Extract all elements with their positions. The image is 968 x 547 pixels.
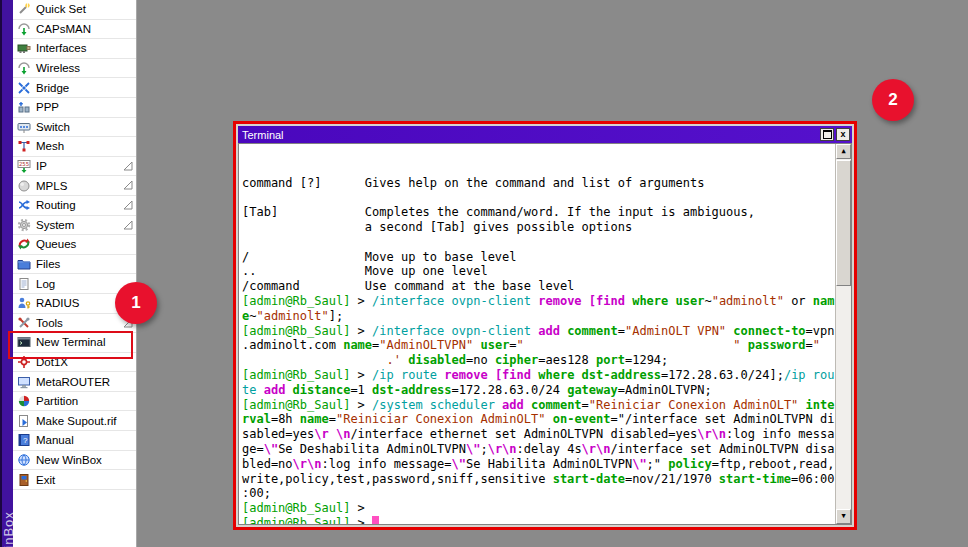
submenu-arrow-icon [123,200,133,210]
sidebar-item-label: MetaROUTER [36,376,110,388]
make-supout-icon [17,414,31,428]
close-button[interactable]: x [836,128,850,141]
sidebar-item-label: System [36,219,74,231]
manual-icon: ? [17,433,31,447]
sidebar-item-queues[interactable]: Queues [13,235,136,255]
maximize-icon [823,130,832,139]
sidebar-item-label: Manual [36,434,74,446]
scroll-down-button[interactable]: ▼ [836,509,851,524]
sidebar-item-mpls[interactable]: MPLS [13,176,136,196]
sidebar-item-label: MPLS [36,180,67,192]
submenu-arrow-icon [123,161,133,171]
sidebar-item-exit[interactable]: Exit [13,470,136,490]
mpls-icon [17,179,31,193]
sidebar-item-label: CAPsMAN [36,23,91,35]
svg-text:255: 255 [19,161,29,167]
submenu-arrow-icon [123,220,133,230]
sidebar-item-new-winbox[interactable]: New WinBox [13,451,136,471]
dot1x-icon [17,355,31,369]
sidebar-item-label: Dot1X [36,356,68,368]
switch-icon [17,120,31,134]
terminal-window: Terminal x command [?] Gives help on the… [233,121,857,530]
sidebar-item-label: Tools [36,317,63,329]
sidebar-item-partition[interactable]: Partition [13,392,136,412]
sidebar-item-system[interactable]: System [13,216,136,236]
quick-set-icon [17,2,31,16]
sidebar-item-label: PPP [36,101,59,113]
arrow-down-icon: ▼ [841,509,845,524]
sidebar-item-wireless[interactable]: Wireless [13,59,136,79]
terminal-output: command [?] Gives help on the command an… [242,176,851,525]
sidebar-item-new-terminal[interactable]: New Terminal [13,333,136,353]
system-icon [17,218,31,232]
sidebar-item-label: Partition [36,395,78,407]
sidebar-item-ip[interactable]: 255 IP [13,157,136,177]
sidebar-item-dot1x[interactable]: Dot1X [13,353,136,373]
terminal-title-bar[interactable]: Terminal x [238,126,852,143]
sidebar-item-label: Make Supout.rif [36,415,117,427]
metarouter-icon [17,375,31,389]
mesh-icon [17,139,31,153]
terminal-title: Terminal [242,129,818,141]
sidebar-menu: Quick Set CAPsMAN Interfaces Wireless Br… [13,0,137,547]
sidebar-item-label: Log [36,278,55,290]
close-icon: x [840,130,845,139]
new-winbox-icon [17,453,31,467]
sidebar-item-label: Interfaces [36,42,87,54]
sidebar-item-bridge[interactable]: Bridge [13,78,136,98]
sidebar-item-label: Routing [36,199,76,211]
scroll-up-button[interactable]: ▲ [836,144,851,159]
radius-icon [17,296,31,310]
log-icon [17,277,31,291]
sidebar-item-label: Wireless [36,62,80,74]
queues-icon [17,237,31,251]
capsman-icon [17,22,31,36]
ip-icon: 255 [17,159,31,173]
annotation-step-1: 1 [115,282,157,324]
arrow-up-icon: ▲ [841,144,845,159]
sidebar-item-label: New WinBox [36,454,102,466]
sidebar-item-make-supout[interactable]: Make Supout.rif [13,411,136,431]
sidebar-item-capsman[interactable]: CAPsMAN [13,20,136,40]
sidebar-item-label: IP [36,160,47,172]
exit-icon [17,473,31,487]
sidebar-item-label: New Terminal [36,336,105,348]
sidebar-item-metarouter[interactable]: MetaROUTER [13,372,136,392]
sidebar-item-routing[interactable]: Routing [13,196,136,216]
sidebar-item-label: Queues [36,238,76,250]
bridge-icon [17,81,31,95]
tools-icon [17,316,31,330]
annotation-step-2: 2 [872,79,914,121]
sidebar-item-label: Exit [36,474,55,486]
sidebar-item-quick-set[interactable]: Quick Set [13,0,136,20]
svg-text:?: ? [23,436,28,445]
sidebar-item-mesh[interactable]: Mesh [13,137,136,157]
terminal-content[interactable]: command [?] Gives help on the command an… [238,143,852,525]
files-icon [17,257,31,271]
sidebar-item-label: Quick Set [36,3,86,15]
sidebar-item-switch[interactable]: Switch [13,118,136,138]
routing-icon [17,198,31,212]
scrollbar-thumb[interactable] [836,160,851,286]
terminal-scrollbar[interactable]: ▲ ▼ [835,144,851,524]
sidebar-item-files[interactable]: Files [13,255,136,275]
sidebar-item-tools[interactable]: Tools [13,314,136,334]
sidebar-item-manual[interactable]: ? Manual [13,431,136,451]
sidebar-item-label: Switch [36,121,70,133]
ppp-icon [17,100,31,114]
sidebar-item-label: Mesh [36,140,64,152]
sidebar-item-interfaces[interactable]: Interfaces [13,39,136,59]
new-terminal-icon [17,335,31,349]
interfaces-icon [17,41,31,55]
sidebar-item-label: Bridge [36,82,69,94]
partition-icon [17,394,31,408]
sidebar-item-label: Files [36,258,60,270]
sidebar-item-ppp[interactable]: PPP [13,98,136,118]
sidebar-item-label: RADIUS [36,297,79,309]
submenu-arrow-icon [123,180,133,190]
maximize-button[interactable] [820,128,834,141]
wireless-icon [17,61,31,75]
